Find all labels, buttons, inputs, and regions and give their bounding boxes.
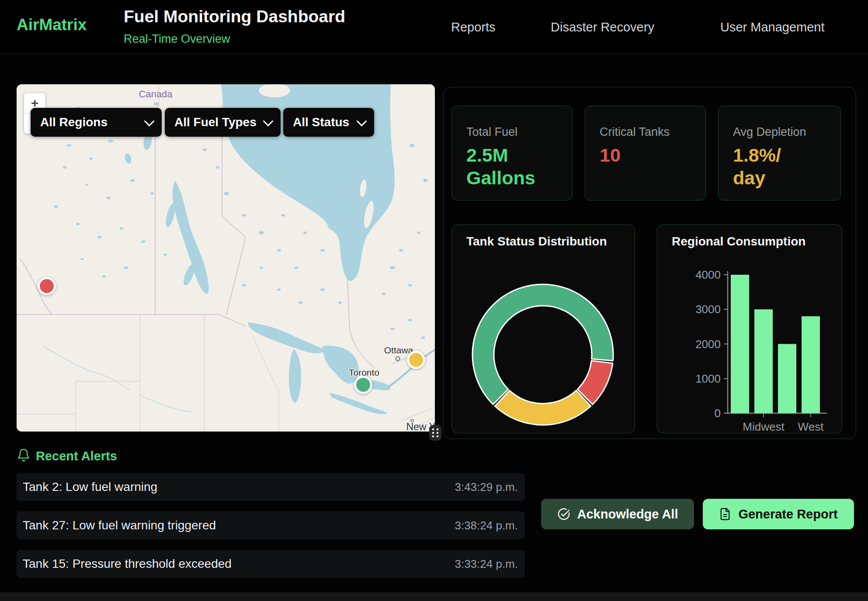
nav-item-user-management[interactable]: User Management (720, 20, 825, 35)
stat-value: 10 (600, 144, 621, 166)
regional-consumption-bar-chart: 01000200030004000MidwestWest (657, 225, 843, 434)
region-filter-dropdown[interactable]: All Regions (31, 108, 162, 137)
stat-value: 1.8%/ day (733, 144, 781, 190)
regional-consumption-chart-card: Regional Consumption 01000200030004000Mi… (657, 225, 842, 433)
acknowledge-all-label: Acknowledge All (577, 507, 678, 522)
stat-value: 2.5M Gallons (466, 144, 535, 190)
alert-timestamp: 3:33:24 p.m. (455, 557, 518, 571)
map-marker-normal[interactable] (354, 376, 372, 394)
bottom-edge-strip (0, 592, 868, 601)
bell-icon (17, 447, 31, 463)
y-axis-tick-label: 1000 (695, 372, 721, 385)
acknowledge-all-button[interactable]: Acknowledge All (541, 499, 694, 529)
stat-label: Avg Depletion (733, 125, 806, 139)
drag-dots-icon (429, 425, 441, 441)
y-axis-tick-label: 0 (715, 407, 721, 420)
map-marker-warning[interactable] (407, 351, 425, 369)
x-axis-tick-label: West (798, 420, 824, 433)
stat-card-total-fuel: Total Fuel 2.5M Gallons (451, 106, 573, 200)
alert-text: Tank 15: Pressure threshold exceeded (23, 557, 232, 571)
alert-text: Tank 2: Low fuel warning (23, 480, 157, 494)
page-title: Fuel Monitoring Dashboard (124, 7, 345, 26)
stat-card-avg-depletion: Avg Depletion 1.8%/ day (718, 106, 841, 200)
recent-alerts-title: Recent Alerts (36, 449, 117, 463)
alert-row[interactable]: Tank 27: Low fuel warning triggered 3:38… (17, 511, 525, 539)
chevron-down-icon (263, 116, 273, 126)
stat-card-critical-tanks: Critical Tanks 10 (585, 106, 706, 200)
region-filter-value: All Regions (40, 115, 108, 129)
bar-1 (754, 309, 773, 413)
app-logo[interactable]: AirMatrix (17, 16, 87, 34)
nav-item-reports[interactable]: Reports (451, 20, 496, 35)
alert-timestamp: 3:38:24 p.m. (455, 519, 518, 532)
stat-label: Total Fuel (466, 125, 517, 139)
donut-segment-yellow (495, 390, 591, 425)
fuel-type-filter-value: All Fuel Types (174, 115, 257, 129)
top-nav: AirMatrix Fuel Monitoring Dashboard Real… (0, 0, 868, 54)
status-filter-value: All Status (293, 115, 349, 129)
tank-status-donut-chart (452, 225, 635, 434)
alert-row[interactable]: Tank 15: Pressure threshold exceeded 3:3… (17, 550, 525, 578)
fuel-type-filter-dropdown[interactable]: All Fuel Types (165, 108, 281, 137)
y-axis-tick-label: 4000 (695, 268, 721, 281)
alert-row[interactable]: Tank 2: Low fuel warning 3:43:29 p.m. (17, 473, 525, 501)
bar-0 (731, 275, 749, 413)
map-marker-critical[interactable] (38, 277, 56, 295)
check-circle-icon (557, 508, 570, 521)
generate-report-label: Generate Report (738, 507, 837, 522)
map[interactable]: Canada Ottawa Toronto New York + − All R… (17, 84, 435, 432)
y-axis-tick-label: 3000 (695, 303, 721, 316)
map-resize-handle[interactable] (429, 425, 441, 441)
stat-label: Critical Tanks (600, 125, 670, 139)
generate-report-button[interactable]: Generate Report (703, 499, 854, 529)
map-label-canada: Canada (139, 89, 173, 100)
status-filter-dropdown[interactable]: All Status (283, 108, 374, 137)
document-icon (719, 508, 731, 521)
alert-timestamp: 3:43:29 p.m. (455, 480, 518, 494)
chevron-down-icon (356, 116, 367, 126)
bar-3 (802, 316, 820, 413)
nav-item-disaster-recovery[interactable]: Disaster Recovery (551, 20, 654, 35)
chevron-down-icon (144, 116, 154, 126)
bar-2 (778, 344, 796, 414)
tank-status-chart-card: Tank Status Distribution (451, 225, 635, 433)
page-subtitle: Real-Time Overview (124, 32, 230, 46)
alert-text: Tank 27: Low fuel warning triggered (23, 518, 216, 532)
dashboard-right-panel: Total Fuel 2.5M Gallons Critical Tanks 1… (443, 87, 856, 439)
x-axis-tick-label: Midwest (743, 420, 785, 433)
y-axis-tick-label: 2000 (695, 338, 721, 351)
